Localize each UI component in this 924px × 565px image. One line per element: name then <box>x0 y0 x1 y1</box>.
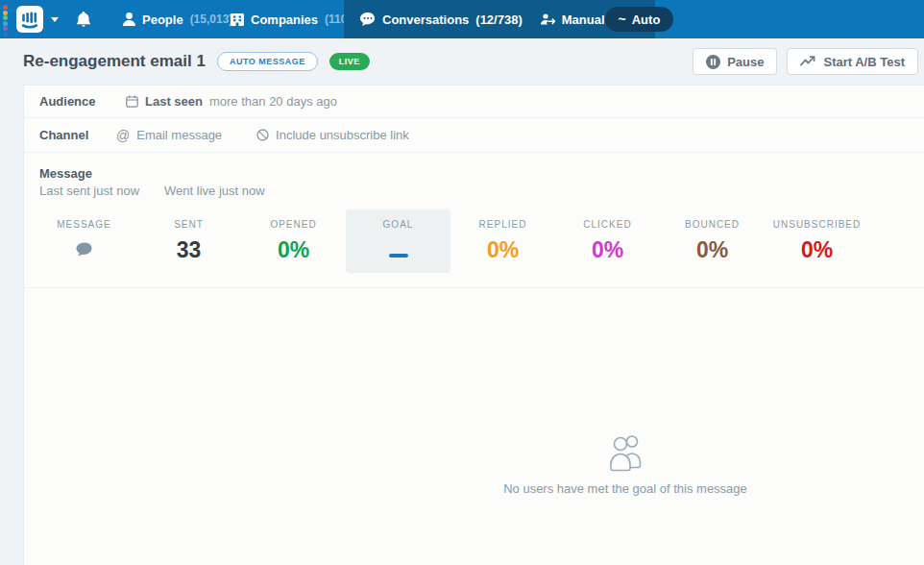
pause-icon <box>706 55 720 69</box>
channel-unsubscribe-value: Include unsubscribe link <box>276 128 409 142</box>
stat-label: MESSAGE <box>32 219 136 230</box>
stat-value <box>346 238 450 261</box>
at-icon: @ <box>116 128 130 143</box>
message-last-sent: Last sent just now <box>39 184 139 198</box>
stat-replied[interactable]: REPLIED0% <box>450 209 555 273</box>
stat-clicked[interactable]: CLICKED0% <box>555 209 660 273</box>
page-title: Re-engagement email 1 <box>23 52 206 71</box>
stat-label: UNSUBSCRIBED <box>765 219 869 230</box>
nav-item-people[interactable]: People (15,013) <box>123 0 232 38</box>
audience-row: Audience Last seen more than 20 days ago <box>24 86 924 118</box>
no-entry-icon <box>256 129 269 141</box>
nav-people-count: (15,013) <box>190 12 233 26</box>
stat-label: OPENED <box>241 219 346 230</box>
stat-label: GOAL <box>346 219 450 230</box>
nav-item-conversations[interactable]: Conversations (12/738) <box>360 12 523 27</box>
stat-value: 0% <box>660 238 765 261</box>
stat-bounced[interactable]: BOUNCED0% <box>660 209 765 273</box>
nav-conversations-count: (12/738) <box>475 12 522 27</box>
chat-bubble-icon <box>360 12 376 26</box>
edge-dot <box>3 26 8 31</box>
stat-label: REPLIED <box>450 219 555 230</box>
nav-item-auto[interactable]: ~ Auto <box>605 7 674 32</box>
chevron-down-icon[interactable] <box>51 17 59 22</box>
audience-filter-name: Last seen <box>145 94 203 109</box>
ab-test-icon <box>800 56 816 67</box>
stat-opened[interactable]: OPENED0% <box>241 209 346 273</box>
stats-divider <box>24 287 924 288</box>
pause-button[interactable]: Pause <box>693 48 777 75</box>
channel-type: @ Email message <box>116 128 222 143</box>
stat-value: 33 <box>136 238 241 261</box>
stat-label: SENT <box>136 219 241 230</box>
start-ab-test-button[interactable]: Start A/B Test <box>787 48 918 75</box>
message-section-label: Message <box>39 166 911 181</box>
top-nav: People (15,013) Companies (110) Conversa… <box>0 0 924 38</box>
ab-test-button-label: Start A/B Test <box>823 55 905 69</box>
nav-auto-label: Auto <box>632 12 661 27</box>
auto-message-badge: AUTO MESSAGE <box>217 52 318 71</box>
person-icon <box>123 12 135 26</box>
stat-goal[interactable]: GOAL <box>346 209 450 273</box>
message-card: Audience Last seen more than 20 days ago… <box>23 85 924 565</box>
audience-filter[interactable]: Last seen more than 20 days ago <box>126 94 337 109</box>
stat-label: CLICKED <box>555 219 660 230</box>
nav-conversations-label: Conversations <box>382 12 469 27</box>
users-group-icon <box>602 431 648 474</box>
stats-row: MESSAGESENT33OPENED0%GOALREPLIED0%CLICKE… <box>32 209 869 273</box>
audience-filter-value: more than 20 days ago <box>209 94 337 109</box>
goal-empty-state: No users have met the goal of this messa… <box>481 431 769 496</box>
stat-label: BOUNCED <box>660 219 765 230</box>
building-icon <box>231 13 244 26</box>
stat-value: 0% <box>450 238 555 261</box>
manual-message-icon <box>541 13 555 26</box>
chat-bubble-icon <box>76 242 93 258</box>
nav-item-companies[interactable]: Companies (110) <box>231 0 351 38</box>
nav-messages-section: Conversations (12/738) Manual ~ Auto <box>344 0 655 38</box>
goal-empty-text: No users have met the goal of this messa… <box>481 481 769 496</box>
stat-value: 0% <box>765 238 869 261</box>
nav-companies-label: Companies <box>251 12 318 27</box>
channel-type-value: Email message <box>136 128 222 142</box>
notifications-bell-icon[interactable] <box>77 12 90 31</box>
goal-dash-icon <box>389 254 408 258</box>
auto-wave-icon: ~ <box>619 14 626 24</box>
pause-button-label: Pause <box>727 55 764 69</box>
nav-item-manual[interactable]: Manual <box>541 12 605 27</box>
audience-label: Audience <box>39 94 101 109</box>
stat-value: 0% <box>555 238 660 261</box>
edge-dot <box>3 32 8 37</box>
message-header: Re-engagement email 1 AUTO MESSAGE LIVE … <box>0 38 924 85</box>
stat-value: 0% <box>241 238 346 261</box>
intercom-logo[interactable] <box>16 6 43 33</box>
edge-dot <box>3 11 8 15</box>
edge-dot <box>3 5 8 10</box>
message-section: Message Last sent just now Went live jus… <box>24 153 924 198</box>
stat-message[interactable]: MESSAGE <box>32 209 136 273</box>
calendar-icon <box>126 95 138 108</box>
message-went-live: Went live just now <box>164 184 265 198</box>
nav-people-label: People <box>142 12 183 27</box>
channel-row: Channel @ Email message Include unsubscr… <box>24 118 924 153</box>
stat-unsubscribed[interactable]: UNSUBSCRIBED0% <box>765 209 869 273</box>
channel-label: Channel <box>39 128 101 142</box>
channel-unsubscribe: Include unsubscribe link <box>256 128 409 142</box>
live-status-badge: LIVE <box>329 53 370 70</box>
edge-dot <box>3 21 8 26</box>
intercom-logo-icon <box>16 6 43 33</box>
nav-manual-label: Manual <box>562 12 605 27</box>
edge-dot <box>3 15 8 20</box>
stat-sent[interactable]: SENT33 <box>136 209 241 273</box>
stat-value <box>32 238 136 261</box>
